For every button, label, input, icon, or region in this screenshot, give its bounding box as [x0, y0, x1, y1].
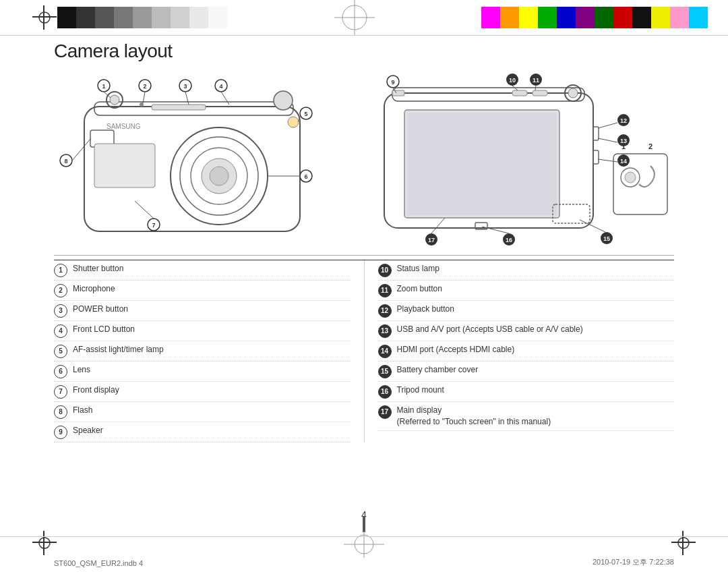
camera-back-diagram: 1 2 9 10 11 12 13	[377, 73, 674, 248]
footer-filename: ST600_QSM_EUR2.indb 4	[54, 559, 143, 567]
top-bar	[0, 0, 728, 35]
part-desc-5: AF-assist light/timer lamp	[73, 344, 351, 355]
svg-text:1: 1	[102, 83, 105, 90]
part-num-15: 15	[378, 365, 392, 378]
svg-text:9: 9	[391, 79, 394, 86]
svg-text:SAMSUNG: SAMSUNG	[107, 123, 141, 130]
part-desc-7: Front display	[73, 384, 351, 396]
part-desc-8: Flash	[73, 405, 351, 416]
reg-mark-top-left	[32, 5, 57, 30]
parts-column-left: 1 Shutter button 2 Microphone 3 POWER bu…	[54, 260, 365, 442]
svg-point-64	[568, 88, 578, 98]
svg-text:4: 4	[219, 83, 222, 90]
parts-column-right: 10 Status lamp 11 Zoom button 12 Playbac…	[378, 260, 675, 442]
part-row-16: 16 Tripod mount	[378, 382, 675, 402]
bottom-divider	[0, 536, 728, 537]
part-row-17: 17 Main display(Referred to "Touch scree…	[378, 402, 675, 431]
part-desc-15: Battery chamber cover	[397, 364, 675, 376]
svg-text:8: 8	[64, 158, 67, 165]
part-row-7: 7 Front display	[54, 382, 351, 402]
color-strip-right	[481, 7, 708, 28]
svg-text:10: 10	[509, 77, 516, 84]
part-num-12: 12	[378, 304, 392, 318]
svg-line-36	[185, 92, 189, 105]
part-num-5: 5	[54, 345, 67, 358]
svg-line-87	[598, 159, 617, 162]
color-strip-left	[57, 7, 227, 28]
part-num-9: 9	[54, 426, 67, 439]
svg-line-81	[598, 123, 617, 128]
page-title: Camera layout	[54, 40, 674, 62]
svg-text:2: 2	[143, 83, 146, 90]
part-desc-17: Main display(Referred to "Touch screen" …	[397, 405, 675, 428]
svg-line-51	[72, 138, 91, 161]
part-desc-9: Speaker	[73, 425, 351, 436]
svg-text:2: 2	[648, 142, 653, 150]
part-num-3: 3	[54, 304, 67, 318]
svg-text:14: 14	[620, 158, 627, 165]
svg-rect-57	[512, 90, 527, 96]
svg-point-67	[625, 172, 636, 183]
part-row-14: 14 HDMI port (Accepts HDMI cable)	[378, 341, 675, 362]
svg-line-84	[598, 138, 617, 142]
part-row-2: 2 Microphone	[54, 281, 351, 301]
part-num-13: 13	[378, 324, 392, 338]
part-row-1: 1 Shutter button	[54, 260, 351, 281]
part-num-16: 16	[378, 385, 392, 399]
svg-rect-56	[392, 90, 404, 96]
diagrams-container: SAMSUNG 1 2 3 4	[54, 73, 674, 248]
part-num-11: 11	[378, 284, 392, 297]
svg-point-18	[210, 167, 229, 185]
part-num-6: 6	[54, 365, 67, 378]
svg-rect-23	[94, 144, 155, 188]
part-num-1: 1	[54, 264, 67, 277]
svg-text:5: 5	[304, 111, 307, 117]
part-row-8: 8 Flash	[54, 402, 351, 422]
part-num-10: 10	[378, 264, 392, 277]
part-desc-2: Microphone	[73, 283, 351, 295]
svg-line-96	[431, 218, 445, 233]
svg-text:15: 15	[603, 235, 610, 242]
part-num-2: 2	[54, 284, 67, 297]
part-desc-3: POWER button	[73, 304, 351, 315]
part-desc-14: HDMI port (Accepts HDMI cable)	[397, 344, 675, 355]
svg-text:13: 13	[620, 138, 627, 144]
svg-text:7: 7	[152, 222, 155, 229]
part-num-17: 17	[378, 405, 392, 419]
parts-list: 1 Shutter button 2 Microphone 3 POWER bu…	[54, 260, 674, 442]
part-row-12: 12 Playback button	[378, 301, 675, 321]
parts-separator	[54, 255, 674, 256]
svg-text:6: 6	[304, 173, 307, 180]
part-desc-13: USB and A/V port (Accepts USB cable or A…	[397, 324, 675, 335]
center-reg-mark	[334, 0, 375, 35]
svg-rect-4	[43, 5, 44, 30]
svg-line-90	[580, 220, 605, 232]
part-row-11: 11 Zoom button	[378, 281, 675, 301]
part-desc-10: Status lamp	[397, 263, 675, 275]
top-divider	[0, 35, 728, 36]
svg-point-24	[288, 117, 299, 127]
svg-point-27	[274, 91, 293, 110]
footer-timestamp: 2010-07-19 오후 7:22:38	[593, 557, 674, 567]
part-desc-16: Tripod mount	[397, 384, 675, 396]
part-row-13: 13 USB and A/V port (Accepts USB cable o…	[378, 321, 675, 341]
svg-text:11: 11	[533, 77, 539, 84]
part-num-14: 14	[378, 345, 392, 358]
part-row-9: 9 Speaker	[54, 422, 351, 442]
svg-rect-58	[533, 90, 547, 96]
part-row-6: 6 Lens	[54, 362, 351, 382]
svg-line-39	[221, 92, 229, 105]
part-desc-11: Zoom button	[397, 283, 675, 295]
svg-rect-59	[593, 127, 599, 140]
svg-rect-55	[407, 113, 557, 215]
part-row-3: 3 POWER button	[54, 301, 351, 321]
part-row-5: 5 AF-assist light/timer lamp	[54, 341, 351, 362]
svg-text:12: 12	[620, 117, 627, 124]
svg-text:16: 16	[506, 237, 512, 243]
part-num-7: 7	[54, 385, 67, 399]
camera-front-diagram: SAMSUNG 1 2 3 4	[54, 76, 344, 245]
main-content: Camera layout	[54, 40, 674, 520]
svg-rect-60	[593, 150, 599, 164]
svg-rect-22	[152, 105, 206, 110]
svg-point-21	[110, 95, 119, 105]
